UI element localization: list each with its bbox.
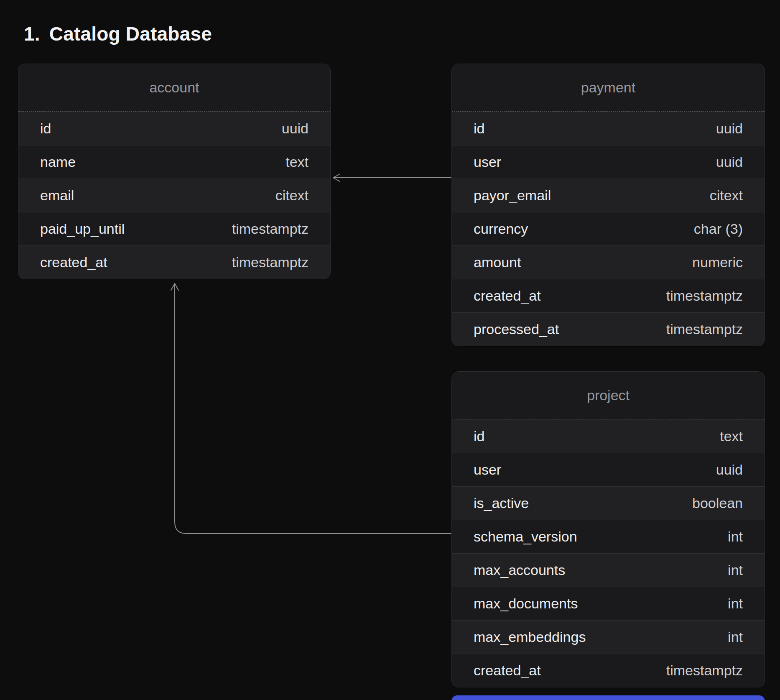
field-row-payment-created_at[interactable]: created_attimestamptz (452, 279, 765, 312)
tables-layer: accountiduuidnametextemailcitextpaid_up_… (0, 0, 780, 700)
field-type: int (728, 529, 743, 545)
table-rows-payment: iduuiduseruuidpayor_emailcitextcurrencyc… (452, 112, 765, 346)
field-type: timestamptz (232, 254, 308, 271)
field-type: timestamptz (666, 321, 743, 337)
field-type: uuid (716, 120, 743, 137)
field-type: citext (710, 187, 743, 204)
table-account[interactable]: accountiduuidnametextemailcitextpaid_up_… (18, 64, 331, 279)
field-name: is_active (474, 495, 529, 511)
field-type: uuid (716, 462, 743, 478)
field-name: created_at (40, 254, 107, 271)
field-name: currency (474, 221, 528, 237)
table-name-payment[interactable]: payment (452, 64, 765, 112)
table-rows-project: idtextuseruuidis_activebooleanschema_ver… (452, 419, 765, 687)
field-name: created_at (474, 288, 541, 304)
field-row-payment-currency[interactable]: currencychar (3) (452, 212, 765, 245)
field-type: timestamptz (666, 662, 743, 679)
field-row-account-paid_up_until[interactable]: paid_up_untiltimestamptz (18, 212, 330, 245)
field-row-account-email[interactable]: emailcitext (18, 179, 330, 212)
field-name: name (40, 154, 76, 170)
table-payment[interactable]: paymentiduuiduseruuidpayor_emailcitextcu… (451, 64, 765, 346)
field-type: timestamptz (232, 221, 308, 237)
field-row-project-created_at[interactable]: created_attimestamptz (452, 654, 765, 687)
field-row-project-id[interactable]: idtext (452, 419, 765, 453)
field-type: citext (275, 187, 308, 204)
field-name: user (474, 462, 501, 478)
field-type: int (728, 595, 743, 612)
field-name: id (40, 120, 51, 137)
field-row-project-max_embeddings[interactable]: max_embeddingsint (452, 620, 765, 654)
field-row-payment-amount[interactable]: amountnumeric (452, 245, 765, 279)
field-row-account-id[interactable]: iduuid (18, 112, 330, 145)
field-row-payment-payor_email[interactable]: payor_emailcitext (452, 179, 765, 212)
field-row-payment-processed_at[interactable]: processed_attimestamptz (452, 312, 765, 346)
field-type: char (3) (694, 221, 743, 237)
field-type: text (720, 428, 743, 445)
field-type: timestamptz (666, 288, 743, 304)
field-row-payment-user[interactable]: useruuid (452, 145, 765, 179)
field-name: user (474, 154, 501, 170)
table-name-account[interactable]: account (18, 64, 330, 112)
field-type: int (728, 629, 743, 645)
field-row-project-schema_version[interactable]: schema_versionint (452, 520, 765, 553)
field-row-account-name[interactable]: nametext (18, 145, 330, 179)
field-row-project-is_active[interactable]: is_activeboolean (452, 486, 765, 520)
field-name: amount (474, 254, 521, 271)
field-name: max_accounts (474, 562, 565, 578)
field-row-payment-id[interactable]: iduuid (452, 112, 765, 145)
field-type: int (728, 562, 743, 578)
field-name: created_at (474, 662, 541, 679)
field-name: schema_version (474, 529, 577, 545)
field-type: numeric (692, 254, 743, 271)
field-name: processed_at (474, 321, 559, 337)
field-type: uuid (282, 120, 308, 137)
field-row-project-max_accounts[interactable]: max_accountsint (452, 553, 765, 587)
field-name: max_documents (474, 595, 578, 612)
field-row-project-max_documents[interactable]: max_documentsint (452, 587, 765, 620)
field-row-project-user[interactable]: useruuid (452, 453, 765, 486)
field-type: boolean (692, 495, 743, 511)
field-name: paid_up_until (40, 221, 125, 237)
field-type: uuid (716, 154, 743, 170)
field-name: id (474, 120, 484, 137)
field-name: id (474, 428, 484, 445)
partial-blue-table-header[interactable] (451, 695, 765, 700)
field-type: text (285, 154, 308, 170)
field-row-account-created_at[interactable]: created_attimestamptz (18, 245, 330, 279)
field-name: max_embeddings (474, 629, 586, 645)
table-project[interactable]: projectidtextuseruuidis_activebooleansch… (451, 371, 765, 687)
field-name: email (40, 187, 74, 204)
table-rows-account: iduuidnametextemailcitextpaid_up_untilti… (18, 112, 330, 279)
table-name-project[interactable]: project (452, 372, 765, 419)
field-name: payor_email (474, 187, 551, 204)
